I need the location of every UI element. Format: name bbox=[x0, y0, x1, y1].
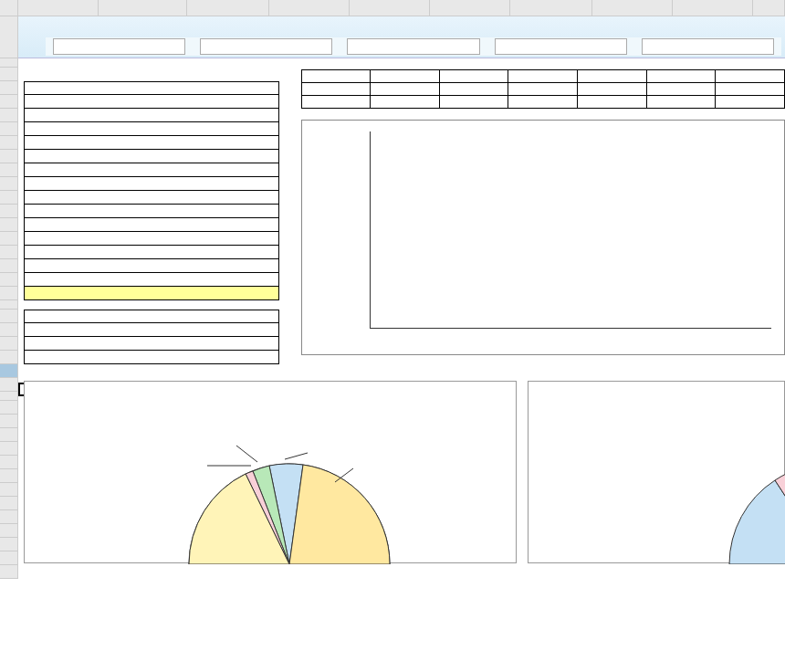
row-24[interactable] bbox=[0, 351, 18, 364]
nav-next[interactable] bbox=[347, 38, 479, 55]
row-33[interactable] bbox=[0, 469, 18, 483]
row-7[interactable] bbox=[0, 122, 18, 136]
col-b[interactable] bbox=[99, 0, 188, 16]
pie-section-title bbox=[18, 366, 785, 377]
pie-chart-fremdbezug[interactable] bbox=[24, 381, 517, 563]
diagram-table bbox=[301, 69, 785, 109]
row-label bbox=[302, 83, 371, 96]
row-label bbox=[302, 96, 371, 109]
label bbox=[25, 232, 215, 245]
cell bbox=[508, 83, 578, 96]
label bbox=[25, 351, 215, 363]
nav-quit[interactable] bbox=[642, 38, 774, 55]
nav-save[interactable] bbox=[495, 38, 627, 55]
value bbox=[215, 232, 278, 245]
row-29[interactable] bbox=[0, 415, 18, 428]
cell bbox=[439, 96, 508, 109]
row-38[interactable] bbox=[0, 538, 18, 551]
col-a[interactable] bbox=[18, 0, 99, 16]
row-23[interactable] bbox=[0, 337, 18, 351]
label bbox=[25, 177, 215, 190]
value bbox=[215, 323, 278, 336]
row-19[interactable] bbox=[0, 287, 18, 300]
value bbox=[215, 259, 278, 272]
row-12[interactable] bbox=[0, 191, 18, 205]
cell bbox=[577, 96, 646, 109]
col-c[interactable] bbox=[187, 0, 269, 16]
nav-start[interactable] bbox=[53, 38, 185, 55]
pie-title bbox=[25, 382, 516, 396]
row-32[interactable] bbox=[0, 456, 18, 469]
row-35[interactable] bbox=[0, 497, 18, 510]
row-37[interactable] bbox=[0, 524, 18, 538]
nav-prev[interactable] bbox=[200, 38, 332, 55]
row-39[interactable] bbox=[0, 551, 18, 565]
summary-table bbox=[24, 81, 279, 364]
cell bbox=[439, 83, 508, 96]
column-headers bbox=[0, 0, 785, 16]
row-21[interactable] bbox=[0, 310, 18, 323]
row-27[interactable] bbox=[0, 392, 18, 401]
x-axis bbox=[370, 328, 771, 329]
col-h[interactable] bbox=[592, 0, 673, 16]
row-4[interactable] bbox=[0, 81, 18, 95]
value bbox=[215, 337, 278, 350]
row-26[interactable] bbox=[0, 378, 18, 392]
row-6[interactable] bbox=[0, 109, 18, 122]
label bbox=[25, 205, 215, 217]
line-chart[interactable] bbox=[301, 120, 785, 355]
row-30[interactable] bbox=[0, 428, 18, 442]
value bbox=[215, 205, 278, 217]
row-25[interactable] bbox=[0, 364, 18, 378]
value bbox=[215, 273, 278, 286]
th bbox=[439, 70, 508, 83]
row-18[interactable] bbox=[0, 273, 18, 287]
row-11[interactable] bbox=[0, 177, 18, 191]
label bbox=[25, 150, 215, 163]
col-g[interactable] bbox=[510, 0, 592, 16]
row-15[interactable] bbox=[0, 232, 18, 246]
label bbox=[25, 337, 215, 350]
label bbox=[25, 122, 215, 135]
th bbox=[302, 70, 371, 83]
pie-chart-eigen[interactable] bbox=[528, 381, 785, 563]
cell bbox=[371, 96, 440, 109]
row-36[interactable] bbox=[0, 510, 18, 524]
col-f[interactable] bbox=[430, 0, 510, 16]
label bbox=[25, 109, 215, 121]
th bbox=[371, 70, 440, 83]
col-i[interactable] bbox=[673, 0, 753, 16]
row-20[interactable] bbox=[0, 300, 18, 310]
row-16[interactable] bbox=[0, 246, 18, 259]
cell bbox=[716, 96, 785, 109]
ergebnis-header bbox=[24, 246, 279, 259]
row-22[interactable] bbox=[0, 323, 18, 337]
value bbox=[215, 218, 278, 231]
row-17[interactable] bbox=[0, 259, 18, 273]
row-3[interactable] bbox=[0, 68, 18, 81]
value bbox=[215, 95, 278, 108]
eigen-header bbox=[24, 163, 279, 177]
label bbox=[25, 259, 215, 272]
row-28[interactable] bbox=[0, 401, 18, 415]
row-5[interactable] bbox=[0, 95, 18, 109]
col-d[interactable] bbox=[269, 0, 350, 16]
row-2[interactable] bbox=[0, 58, 18, 68]
row-14[interactable] bbox=[0, 218, 18, 232]
row-13[interactable] bbox=[0, 205, 18, 218]
cell bbox=[508, 96, 578, 109]
col-j[interactable] bbox=[753, 0, 785, 16]
row-40[interactable] bbox=[0, 565, 18, 579]
col-e[interactable] bbox=[350, 0, 430, 16]
row-headers bbox=[0, 16, 18, 579]
row-10[interactable] bbox=[0, 163, 18, 177]
breakeven-header bbox=[24, 310, 279, 323]
row-8[interactable] bbox=[0, 136, 18, 150]
row-9[interactable] bbox=[0, 150, 18, 163]
value bbox=[215, 351, 278, 363]
row-34[interactable] bbox=[0, 483, 18, 497]
value bbox=[215, 177, 278, 190]
row-1[interactable] bbox=[0, 16, 18, 58]
cell bbox=[577, 83, 646, 96]
row-31[interactable] bbox=[0, 442, 18, 456]
